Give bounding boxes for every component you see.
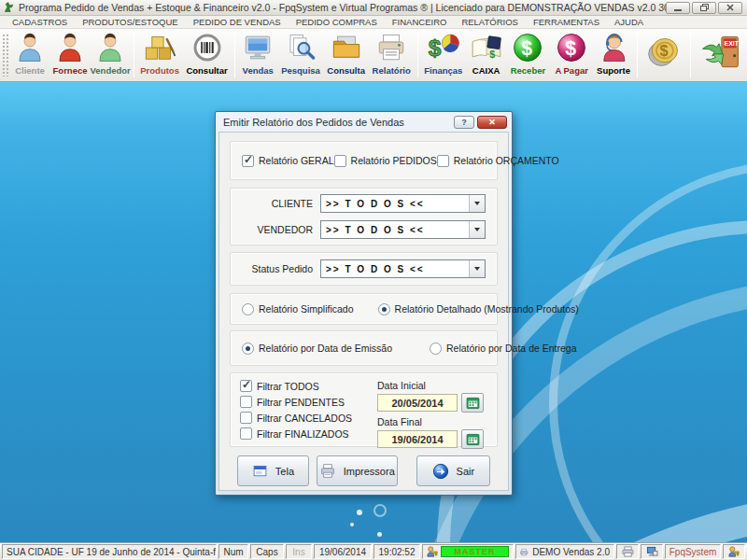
menu-pedido-de-vendas[interactable]: PEDIDO DE VENDAS: [187, 17, 288, 27]
toolbar-button-vendedor[interactable]: Vendedor: [91, 31, 131, 79]
radio-circle[interactable]: [242, 303, 254, 315]
status-app-label: DEMO Vendas 2.0: [532, 547, 610, 557]
toolbar-button-fornece[interactable]: Fornece: [50, 31, 91, 79]
toolbar-label: Finanças: [424, 65, 462, 76]
toolbar-button-suporte[interactable]: Suporte: [594, 31, 634, 79]
checkbox-label: Relatório PEDIDOS: [351, 155, 437, 166]
toolbar-button-consulta[interactable]: Consulta: [323, 31, 369, 79]
application-window: Programa Pedido de Vendas + Estoque & Fi…: [0, 0, 747, 560]
toolbar-button-pesquisa[interactable]: Pesquisa: [278, 31, 324, 79]
checkbox-label: Relatório ORÇAMENTO: [454, 155, 559, 166]
svg-text:$: $: [522, 37, 533, 60]
menu-produtos-estoque[interactable]: PRODUTOS/ESTOQUE: [76, 17, 185, 27]
toolbar-label: Suporte: [597, 65, 630, 76]
sair-button[interactable]: Sair: [416, 455, 490, 486]
data-inicial-calendar-button[interactable]: [461, 393, 484, 413]
checkbox-relatorio-orcamento[interactable]: Relatório ORÇAMENTO: [437, 155, 559, 167]
printer-icon: [375, 31, 407, 65]
toolbar-button-caixa[interactable]: $ CAIXA: [466, 31, 506, 79]
toolbar-button-a-pagar[interactable]: $ A Pagar: [550, 31, 594, 79]
checkbox-label: Filtrar TODOS: [257, 381, 319, 392]
checkbox-filtrar-finalizados[interactable]: Filtrar FINALIZADOS: [240, 427, 377, 440]
svg-text:$: $: [659, 42, 668, 59]
toolbar-button-coin[interactable]: $: [641, 31, 687, 79]
menu-relatorios[interactable]: RELATÓRIOS: [455, 17, 525, 27]
cliente-combobox[interactable]: >> T O D O S <<: [320, 194, 486, 213]
radio-label: Relatório Detalhado (Mostrando Produtos): [395, 303, 579, 315]
vendedor-combobox[interactable]: >> T O D O S <<: [320, 220, 486, 239]
checkbox-box[interactable]: [240, 412, 252, 424]
toolbar-label: Vendedor: [91, 65, 131, 76]
wallpaper-bubble: [377, 532, 382, 537]
toolbar-button-vendas[interactable]: Vendas: [238, 31, 278, 79]
menu-financeiro[interactable]: FINANCEIRO: [386, 17, 454, 27]
checkbox-box[interactable]: [240, 396, 252, 408]
radio-circle[interactable]: [430, 343, 442, 355]
dialog-close-button[interactable]: ✕: [477, 116, 507, 129]
menu-cadastros[interactable]: CADASTROS: [6, 17, 74, 27]
status-user-badge: MASTER: [441, 546, 509, 557]
minimize-button[interactable]: [666, 2, 690, 14]
report-dialog: Emitir Relatório dos Pedidos de Vendas ?…: [215, 111, 513, 496]
toolbar-label: Fornece: [53, 65, 88, 76]
supplier-person-icon: [54, 31, 86, 65]
statusbar: SUA CIDADE - UF 19 de Junho de 2014 - Qu…: [0, 542, 747, 560]
dialog-help-button[interactable]: ?: [454, 116, 474, 129]
status-pedido-combobox[interactable]: >> T O D O S <<: [320, 259, 486, 278]
toolbar-separator: [134, 33, 134, 77]
radio-circle[interactable]: [378, 303, 390, 315]
toolbar-button-relatorio[interactable]: Relatório: [369, 31, 415, 79]
dialog-title: Emitir Relatório dos Pedidos de Vendas: [223, 117, 454, 128]
toolbar-button-financas[interactable]: $ Finanças: [421, 31, 467, 79]
data-inicial-field[interactable]: 20/05/2014: [377, 394, 458, 412]
date-type-group: Relatório por Data de Emissão Relatório …: [230, 330, 498, 366]
checkbox-filtrar-pendentes[interactable]: Filtrar PENDENTES: [240, 396, 377, 408]
radio-circle[interactable]: [242, 343, 254, 355]
toolbar-button-receber[interactable]: $ Receber: [506, 31, 550, 79]
radio-data-emissao[interactable]: Relatório por Data de Emissão: [242, 343, 392, 355]
svg-text:$: $: [428, 35, 441, 61]
impressora-button[interactable]: Impressora: [317, 455, 398, 486]
restore-button[interactable]: [692, 2, 716, 14]
checkbox-relatorio-geral[interactable]: Relatório GERAL: [242, 155, 334, 167]
toolbar-label: CAIXA: [472, 65, 500, 76]
checkbox-filtrar-todos[interactable]: Filtrar TODOS: [240, 380, 377, 392]
chevron-down-icon[interactable]: [469, 260, 485, 277]
radio-label: Relatório Simplificado: [259, 303, 354, 315]
toolbar-label: Consultar: [186, 65, 227, 76]
wallpaper-ring: [549, 161, 747, 542]
toolbar-label: Cliente: [15, 65, 45, 76]
checkbox-box[interactable]: [240, 380, 252, 392]
cliente-value: >> T O D O S <<: [321, 199, 469, 209]
chevron-down-icon[interactable]: [469, 221, 485, 238]
menu-pedido-compras[interactable]: PEDIDO COMPRAS: [289, 17, 384, 27]
checkbox-relatorio-pedidos[interactable]: Relatório PEDIDOS: [334, 155, 437, 167]
wallpaper-bubble: [374, 504, 387, 517]
close-button[interactable]: [718, 2, 742, 14]
checkbox-filtrar-cancelados[interactable]: Filtrar CANCELADOS: [240, 412, 377, 424]
impressora-button-label: Impressora: [344, 466, 395, 477]
calendar-icon: [465, 396, 481, 411]
radio-data-entrega[interactable]: Relatório por Data de Entrega: [430, 343, 577, 355]
dialog-titlebar[interactable]: Emitir Relatório dos Pedidos de Vendas ?…: [216, 112, 512, 132]
toolbar-button-consultar[interactable]: Consultar: [182, 31, 231, 79]
toolbar-button-exit[interactable]: EXIT: [694, 31, 746, 79]
checkbox-box[interactable]: [437, 155, 449, 167]
tela-button[interactable]: Tela: [237, 455, 309, 486]
toolbar-button-produtos[interactable]: Produtos: [137, 31, 183, 79]
status-pedido-label: Status Pedido: [242, 263, 313, 274]
printer-icon: [319, 463, 336, 479]
status-num-lock: Num: [218, 544, 248, 559]
data-final-field[interactable]: 19/06/2014: [377, 430, 458, 448]
menu-ajuda[interactable]: AJUDA: [608, 17, 650, 27]
checkbox-label: Filtrar PENDENTES: [257, 397, 345, 408]
chevron-down-icon[interactable]: [469, 195, 485, 212]
toolbar-button-cliente[interactable]: Cliente: [10, 31, 50, 79]
data-final-calendar-button[interactable]: [461, 429, 484, 449]
checkbox-box[interactable]: [240, 427, 252, 440]
radio-relatorio-detalhado[interactable]: Relatório Detalhado (Mostrando Produtos): [378, 303, 579, 315]
menu-ferramentas[interactable]: FERRAMENTAS: [527, 17, 606, 27]
checkbox-box[interactable]: [334, 155, 346, 167]
radio-relatorio-simplificado[interactable]: Relatório Simplificado: [242, 303, 354, 315]
checkbox-box[interactable]: [242, 155, 254, 167]
